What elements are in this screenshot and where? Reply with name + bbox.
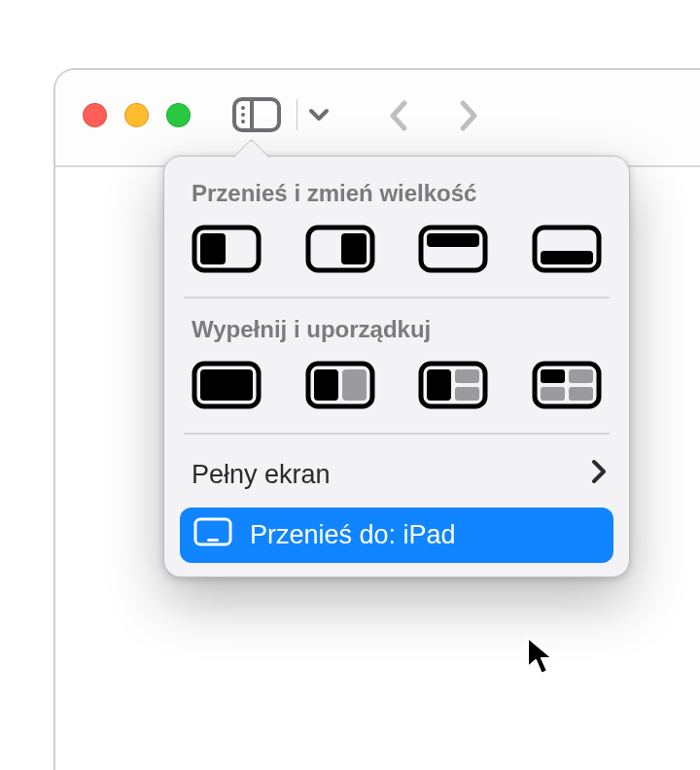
svg-rect-17 [342,369,367,401]
tile-left-half-icon[interactable] [190,223,263,275]
svg-rect-28 [207,539,219,542]
move-resize-row [164,221,629,297]
arrange-quarters-icon[interactable] [530,359,604,411]
svg-rect-26 [569,387,593,401]
window-zoom-menu: Przenieś i zmień wielkość [163,156,630,578]
chevron-down-icon[interactable] [307,95,331,134]
svg-point-3 [241,113,245,117]
sidebar-toggle-icon[interactable] [230,95,283,134]
move-to-label: Przenieś do: iPad [250,520,456,550]
arrange-three-icon[interactable] [416,359,490,411]
tile-bottom-half-icon[interactable] [530,223,604,275]
chevron-right-icon [590,458,608,492]
tile-top-half-icon[interactable] [416,223,490,275]
close-window-button[interactable] [83,103,107,127]
nav-arrows [386,95,481,140]
svg-point-4 [241,120,245,123]
menu-separator [184,433,610,435]
svg-rect-23 [541,369,565,383]
nav-forward-button[interactable] [456,95,481,140]
full-screen-label: Pełny ekran [192,460,331,490]
svg-rect-19 [427,369,451,401]
svg-rect-25 [541,387,565,401]
svg-rect-21 [455,387,479,401]
sidebar-control-group [230,95,331,134]
nav-back-button[interactable] [386,95,411,140]
full-screen-item[interactable]: Pełny ekran [164,444,629,506]
minimize-window-button[interactable] [124,103,149,127]
svg-rect-0 [234,99,279,130]
svg-rect-24 [569,369,593,383]
titlebar [55,70,700,167]
svg-rect-16 [314,369,338,401]
svg-rect-10 [427,233,479,247]
move-to-ipad-item[interactable]: Przenieś do: iPad [180,508,613,563]
traffic-lights [83,103,191,127]
section-move-resize-title: Przenieś i zmień wielkość [164,172,629,221]
svg-rect-6 [200,233,226,264]
fill-screen-icon[interactable] [190,359,263,411]
zoom-window-button[interactable] [166,103,191,127]
fill-arrange-row [164,357,629,433]
svg-rect-20 [455,369,479,383]
arrange-left-right-icon[interactable] [303,359,377,411]
tile-right-half-icon[interactable] [303,223,377,275]
svg-point-2 [241,106,245,110]
ipad-icon [193,517,232,553]
svg-rect-14 [200,369,253,401]
svg-rect-12 [541,251,593,264]
svg-rect-8 [341,233,367,264]
toolbar-divider [297,99,298,130]
section-fill-arrange-title: Wypełnij i uporządkuj [164,308,629,357]
menu-separator [184,297,610,298]
